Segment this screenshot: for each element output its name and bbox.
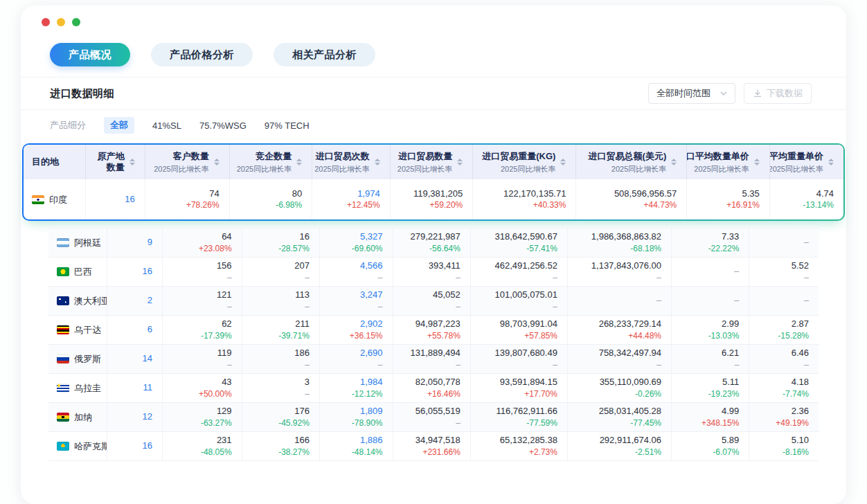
cell-value: 1,986,368,863.82 (573, 231, 661, 243)
col-header[interactable]: 进口平均重量单价2025同比增长率 (769, 145, 843, 179)
table-row[interactable]: 俄罗斯14119–186–2,690–131,889,494–139,807,6… (48, 345, 819, 374)
sort-icon[interactable] (214, 159, 220, 165)
filter-option-all[interactable]: 全部 (104, 117, 134, 134)
cell-value: 231 (168, 435, 232, 447)
sort-icon[interactable] (375, 159, 380, 165)
link-value[interactable]: 3,247 (325, 289, 383, 301)
table-row[interactable]: 乌干达662-17.39%211-39.71%2,902+36.15%94,98… (48, 316, 819, 345)
cell-value: 207 (248, 260, 310, 272)
link-value[interactable]: 11 (113, 382, 152, 394)
table-row[interactable]: 哈萨克斯坦16231-48.05%166-38.27%1,886-48.14%3… (48, 432, 819, 461)
data-cell: 101,005,075.01– (470, 287, 567, 316)
link-value[interactable]: 6 (113, 324, 152, 336)
cell-value: 393,411 (399, 260, 461, 272)
growth-value: -38.27% (248, 447, 310, 458)
col-header[interactable]: 进口贸易次数2025同比增长率 (312, 145, 390, 179)
growth-value: +44.73% (582, 200, 677, 210)
summary-table: 目的地原产地数量客户数量2025同比增长率竞企数量2025同比增长率进口贸易次数… (24, 145, 843, 219)
cell-value: 16 (248, 231, 310, 243)
col-header[interactable]: 进口贸易总额(美元)2025同比增长率 (576, 145, 687, 179)
filter-option-97tech[interactable]: 97% TECH (265, 120, 310, 131)
sort-icon[interactable] (560, 159, 566, 165)
tab-product-price-analysis[interactable]: 产品价格分析 (151, 43, 253, 66)
download-data-button[interactable]: 下载数据 (744, 83, 812, 104)
link-value[interactable]: 4,566 (325, 260, 383, 272)
filter-option-757wsg[interactable]: 75.7%WSG (199, 120, 247, 131)
col-header[interactable]: 竞企数量2025同比增长率 (229, 145, 312, 179)
cell-value: 166 (248, 435, 310, 447)
link-value[interactable]: 16 (113, 266, 152, 278)
cell-value: 34,947,518 (399, 435, 461, 447)
col-header[interactable]: 进口贸易数量2025同比增长率 (390, 145, 473, 179)
col-header[interactable]: 进口贸易重量(KG)2025同比增长率 (473, 145, 576, 179)
sort-icon[interactable] (129, 159, 135, 165)
table-row[interactable]: 巴西16156–207–4,566–393,411–462,491,256.52… (48, 258, 819, 287)
link-value[interactable]: 5,327 (325, 231, 383, 243)
cell-value: 758,342,497.94 (573, 348, 661, 359)
tab-related-product-analysis[interactable]: 相关产品分析 (274, 43, 375, 66)
table-row[interactable]: 加纳12129-63.27%176-45.92%1,809-78.90%56,0… (48, 403, 819, 432)
col-subtitle: 2025同比增长率 (397, 164, 452, 174)
cell-value: 2.99 (677, 318, 739, 330)
data-cell: 64+23.08% (163, 228, 242, 258)
maximize-window-button[interactable] (72, 18, 80, 26)
growth-value: – (248, 360, 310, 370)
data-cell: 56,055,519– (393, 403, 470, 432)
cell-value: 176 (248, 406, 310, 417)
sort-icon[interactable] (296, 159, 302, 165)
flag-icon-br (57, 267, 69, 276)
sort-icon[interactable] (828, 159, 834, 165)
country-name: 巴西 (74, 267, 92, 277)
link-value[interactable]: 16 (91, 194, 134, 206)
data-cell: – (749, 287, 819, 316)
cell-value: 43 (168, 377, 232, 388)
data-cell: 129-63.27% (163, 403, 242, 432)
growth-value: – (168, 273, 232, 283)
growth-value: +23.08% (168, 244, 232, 254)
data-cell: 2,902+36.15% (319, 316, 393, 345)
link-value[interactable]: 1,984 (325, 377, 383, 388)
link-value[interactable]: 9 (113, 237, 152, 249)
data-table: 阿根廷964+23.08%16-28.57%5,327-69.60%279,22… (48, 228, 819, 461)
link-value[interactable]: 1,886 (325, 435, 383, 447)
link-value[interactable]: 2,690 (325, 348, 383, 359)
table-row[interactable]: 澳大利亚2121–113–3,247–45,052–101,005,075.01… (48, 287, 819, 316)
cell-value: 56,055,519 (399, 406, 461, 417)
cell-value: 292,911,674.06 (573, 435, 661, 447)
data-cell: 5.10-8.16% (749, 432, 819, 461)
col-header[interactable]: 客户数量2025同比增长率 (145, 145, 229, 179)
close-window-button[interactable] (42, 18, 50, 26)
sort-icon[interactable] (457, 159, 463, 165)
table-row-highlighted[interactable]: 印度1674+78.26%80-6.98%1,974+12.45%119,381… (24, 179, 843, 219)
col-header[interactable]: 进口平均数量单价2025同比增长率 (687, 145, 770, 179)
col-title: 客户数量 (154, 150, 208, 163)
growth-value: -57.41% (476, 244, 557, 254)
link-value[interactable]: 12 (113, 411, 152, 423)
cell-value: 211 (248, 318, 310, 330)
tab-product-overview[interactable]: 产品概况 (50, 43, 130, 66)
cell-value: 5.35 (692, 188, 760, 200)
growth-value: – (325, 360, 383, 370)
table-row[interactable]: 乌拉圭1143+50.00%3–1,984-12.12%82,050,778+1… (48, 374, 819, 403)
minimize-window-button[interactable] (57, 18, 65, 26)
link-value[interactable]: 16 (113, 440, 152, 452)
col-header[interactable]: 原产地数量 (86, 145, 145, 179)
cell-value: 45,052 (399, 289, 461, 301)
chevron-down-icon (720, 91, 727, 96)
flag-icon-ar (57, 238, 69, 247)
data-cell: 4.74-13.14% (769, 179, 843, 219)
sort-icon[interactable] (754, 159, 760, 165)
link-value[interactable]: 14 (113, 353, 152, 365)
col-subtitle: 2025同比增长率 (237, 164, 292, 174)
link-value[interactable]: 2,902 (325, 318, 383, 330)
col-subtitle: 2025同比增长率 (769, 164, 823, 174)
link-value[interactable]: 1,974 (318, 188, 379, 200)
link-value[interactable]: 2 (113, 295, 152, 307)
table-row[interactable]: 阿根廷964+23.08%16-28.57%5,327-69.60%279,22… (48, 228, 819, 258)
sort-icon[interactable] (671, 159, 677, 165)
time-range-select[interactable]: 全部时间范围 (648, 83, 735, 104)
cell-value: 355,110,090.69 (573, 377, 661, 388)
flag-icon-ru (57, 354, 69, 363)
filter-option-41sl[interactable]: 41%SL (152, 120, 181, 131)
link-value[interactable]: 1,809 (325, 406, 383, 417)
